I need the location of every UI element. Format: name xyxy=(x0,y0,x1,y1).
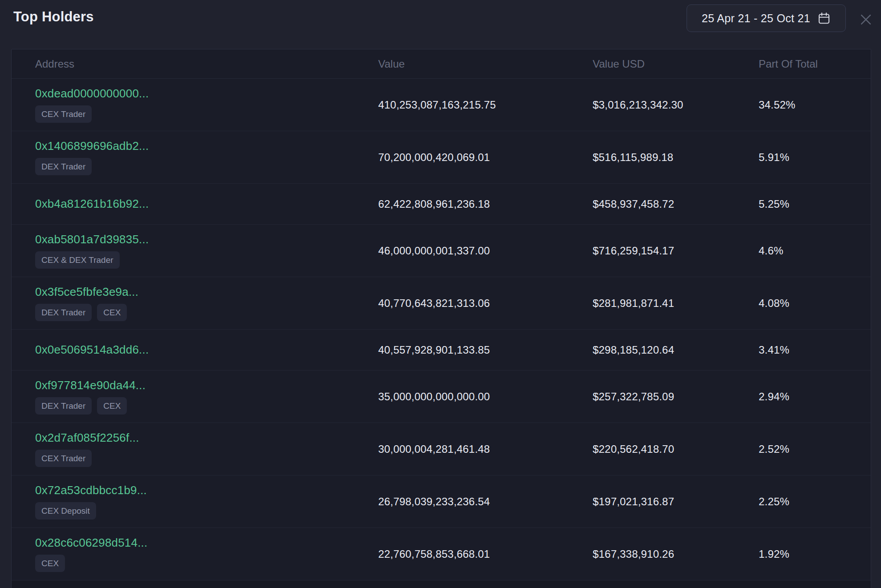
table-body: 0xdead0000000000... CEX Trader 410,253,0… xyxy=(12,79,871,580)
tag-badge: DEX Trader xyxy=(35,304,92,321)
table-row: 0x1406899696adb2... DEX Trader 70,200,00… xyxy=(12,131,871,184)
page-title: Top Holders xyxy=(13,9,94,25)
tag-badge: CEX Trader xyxy=(35,450,92,467)
tag-badge: CEX xyxy=(97,304,127,321)
topbar: Top Holders 25 Apr 21 - 25 Oct 21 xyxy=(0,0,881,40)
column-header-value: Value xyxy=(378,58,593,70)
part-of-total-cell: 3.41% xyxy=(759,344,871,356)
address-cell: 0x28c6c06298d514... CEX xyxy=(12,534,378,574)
address-link[interactable]: 0x0e5069514a3dd6... xyxy=(35,343,149,357)
address-link[interactable]: 0x1406899696adb2... xyxy=(35,139,149,153)
value-cell: 46,000,000,001,337.00 xyxy=(378,245,593,257)
value-usd-cell: $220,562,418.70 xyxy=(593,443,759,455)
table-row: 0xdead0000000000... CEX Trader 410,253,0… xyxy=(12,79,871,131)
address-cell: 0xf977814e90da44... DEX TraderCEX xyxy=(12,377,378,416)
part-of-total-cell: 4.08% xyxy=(759,297,871,310)
table-row: 0x0e5069514a3dd6... 40,557,928,901,133.8… xyxy=(12,330,871,371)
date-range-label: 25 Apr 21 - 25 Oct 21 xyxy=(702,12,810,25)
address-link[interactable]: 0xf977814e90da44... xyxy=(35,379,145,392)
tag-list: DEX Trader xyxy=(35,158,92,175)
part-of-total-cell: 2.94% xyxy=(759,391,871,403)
part-of-total-cell: 4.6% xyxy=(759,245,871,257)
value-usd-cell: $458,937,458.72 xyxy=(593,198,759,210)
address-cell: 0x72a53cdbbcc1b9... CEX Deposit xyxy=(12,482,378,521)
part-of-total-cell: 5.25% xyxy=(759,198,871,210)
tag-badge: CEX & DEX Trader xyxy=(35,251,120,269)
tag-list: CEX Trader xyxy=(35,450,92,467)
holders-table: Address Value Value USD Part Of Total 0x… xyxy=(11,49,871,588)
value-cell: 40,557,928,901,133.85 xyxy=(378,344,593,356)
tag-badge: CEX Deposit xyxy=(35,502,96,520)
tag-badge: DEX Trader xyxy=(35,397,92,415)
address-link[interactable]: 0x3f5ce5fbfe3e9a... xyxy=(35,285,138,299)
part-of-total-cell: 34.52% xyxy=(759,99,871,111)
table-row: 0xb4a81261b16b92... 62,422,808,961,236.1… xyxy=(12,184,871,225)
address-cell: 0x1406899696adb2... DEX Trader xyxy=(12,137,378,177)
tag-list: DEX TraderCEX xyxy=(35,397,127,415)
value-cell: 35,000,000,000,000.00 xyxy=(378,391,593,403)
tag-badge: DEX Trader xyxy=(35,158,92,175)
value-usd-cell: $167,338,910.26 xyxy=(593,548,759,560)
partial-next-row xyxy=(12,580,871,588)
column-header-address: Address xyxy=(12,58,378,70)
value-cell: 410,253,087,163,215.75 xyxy=(378,99,593,111)
part-of-total-cell: 2.25% xyxy=(759,495,871,508)
tag-list: CEX xyxy=(35,555,65,572)
address-link[interactable]: 0xdead0000000000... xyxy=(35,87,149,101)
tag-list: CEX Deposit xyxy=(35,502,96,520)
table-row: 0x2d7af085f2256f... CEX Trader 30,000,00… xyxy=(12,423,871,475)
address-cell: 0xab5801a7d39835... CEX & DEX Trader xyxy=(12,231,378,270)
address-link[interactable]: 0xab5801a7d39835... xyxy=(35,233,149,246)
part-of-total-cell: 2.52% xyxy=(759,443,871,455)
table-row: 0x28c6c06298d514... CEX 22,760,758,853,6… xyxy=(12,528,871,580)
tag-badge: CEX xyxy=(97,397,127,415)
value-cell: 26,798,039,233,236.54 xyxy=(378,495,593,508)
address-link[interactable]: 0x2d7af085f2256f... xyxy=(35,431,139,445)
table-row: 0x72a53cdbbcc1b9... CEX Deposit 26,798,0… xyxy=(12,475,871,528)
address-cell: 0x0e5069514a3dd6... xyxy=(12,341,378,358)
tag-list: CEX Trader xyxy=(35,105,92,123)
value-usd-cell: $3,016,213,342.30 xyxy=(593,99,759,111)
column-header-value-usd: Value USD xyxy=(593,58,759,70)
date-range-picker[interactable]: 25 Apr 21 - 25 Oct 21 xyxy=(687,4,846,32)
table-header-row: Address Value Value USD Part Of Total xyxy=(12,49,871,79)
value-usd-cell: $197,021,316.87 xyxy=(593,495,759,508)
calendar-icon xyxy=(817,12,831,25)
column-header-part-of-total: Part Of Total xyxy=(759,58,871,70)
value-cell: 30,000,004,281,461.48 xyxy=(378,443,593,455)
part-of-total-cell: 5.91% xyxy=(759,151,871,164)
value-usd-cell: $257,322,785.09 xyxy=(593,391,759,403)
value-cell: 40,770,643,821,313.06 xyxy=(378,297,593,310)
value-usd-cell: $716,259,154.17 xyxy=(593,245,759,257)
value-cell: 70,200,000,420,069.01 xyxy=(378,151,593,164)
value-cell: 22,760,758,853,668.01 xyxy=(378,548,593,560)
tag-list: CEX & DEX Trader xyxy=(35,251,120,269)
address-link[interactable]: 0xb4a81261b16b92... xyxy=(35,197,149,211)
tag-list: DEX TraderCEX xyxy=(35,304,127,321)
address-cell: 0xb4a81261b16b92... xyxy=(12,195,378,213)
address-cell: 0x3f5ce5fbfe3e9a... DEX TraderCEX xyxy=(12,283,378,323)
table-row: 0x3f5ce5fbfe3e9a... DEX TraderCEX 40,770… xyxy=(12,277,871,330)
value-usd-cell: $298,185,120.64 xyxy=(593,344,759,356)
address-cell: 0xdead0000000000... CEX Trader xyxy=(12,85,378,125)
value-usd-cell: $516,115,989.18 xyxy=(593,151,759,164)
close-icon[interactable] xyxy=(857,11,875,28)
table-row: 0xab5801a7d39835... CEX & DEX Trader 46,… xyxy=(12,225,871,277)
address-link[interactable]: 0x28c6c06298d514... xyxy=(35,536,147,550)
value-usd-cell: $281,981,871.41 xyxy=(593,297,759,310)
address-cell: 0x2d7af085f2256f... CEX Trader xyxy=(12,429,378,469)
address-link[interactable]: 0x72a53cdbbcc1b9... xyxy=(35,483,147,497)
tag-badge: CEX xyxy=(35,555,65,572)
part-of-total-cell: 1.92% xyxy=(759,548,871,560)
table-row: 0xf977814e90da44... DEX TraderCEX 35,000… xyxy=(12,371,871,423)
value-cell: 62,422,808,961,236.18 xyxy=(378,198,593,210)
tag-badge: CEX Trader xyxy=(35,105,92,123)
